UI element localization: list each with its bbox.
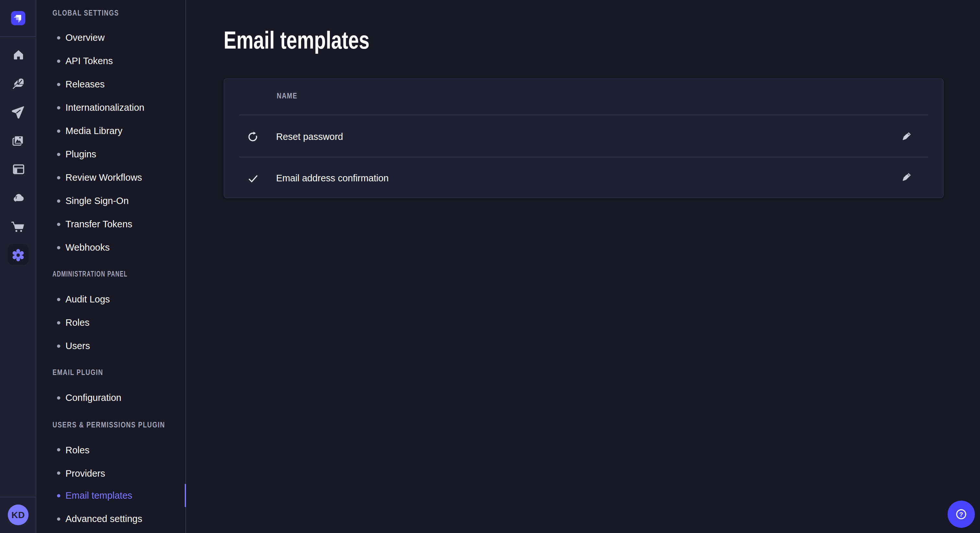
svg-text:?: ?: [959, 511, 963, 517]
